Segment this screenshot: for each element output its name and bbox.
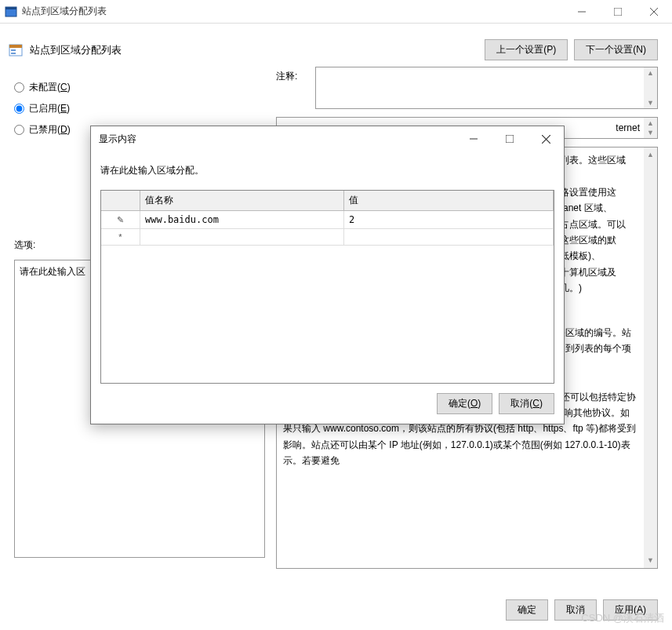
row-new-indicator: * (101, 229, 140, 245)
pencil-icon: ✎ (117, 215, 124, 225)
watermark: CSDN @溪石清酒 (581, 611, 664, 625)
comment-scrollbar[interactable]: ▲ ▼ (644, 67, 657, 108)
grid-header-row: 值名称 值 (101, 191, 554, 211)
svg-rect-7 (9, 45, 22, 48)
scroll-up-icon[interactable]: ▲ (647, 149, 654, 161)
grid-new-name[interactable] (140, 229, 344, 245)
scroll-up-icon[interactable]: ▲ (647, 119, 654, 127)
radio-enabled[interactable] (14, 104, 24, 114)
window-title: 站点到区域分配列表 (22, 5, 564, 18)
window-titlebar: 站点到区域分配列表 (0, 0, 672, 24)
dialog-title: 显示内容 (99, 133, 456, 146)
minimize-button[interactable] (564, 0, 600, 24)
scroll-down-icon[interactable]: ▼ (647, 555, 654, 566)
grid-header-name[interactable]: 值名称 (140, 191, 344, 210)
dialog-titlebar: 显示内容 (91, 126, 564, 151)
svg-rect-9 (11, 53, 16, 54)
scroll-down-icon[interactable]: ▼ (647, 99, 654, 107)
radio-enabled-label[interactable]: 已启用(E) (29, 102, 70, 115)
row-edit-indicator: ✎ (101, 211, 140, 228)
grid-header-indicator (101, 191, 140, 210)
radio-not-configured-label[interactable]: 未配置(C) (29, 81, 71, 94)
svg-rect-8 (11, 49, 16, 51)
scroll-down-icon[interactable]: ▼ (647, 129, 654, 137)
radio-not-configured[interactable] (14, 82, 24, 93)
help-right-fragments: 列表。这些区域 略设置使用这 ranet 区域、 占点区域。可以 这些区域的默 … (560, 152, 638, 297)
prev-setting-button[interactable]: 上一个设置(P) (485, 39, 568, 60)
grid-row[interactable]: ✎ www.baidu.com 2 (101, 211, 554, 229)
close-button[interactable] (636, 0, 672, 24)
svg-rect-1 (5, 7, 16, 9)
grid-header-value[interactable]: 值 (344, 191, 554, 210)
options-placeholder-text: 请在此处输入区 (20, 266, 85, 277)
grid-new-value[interactable] (344, 229, 554, 245)
support-scrollbar[interactable]: ▲ ▼ (644, 118, 657, 138)
header-row: 站点到区域分配列表 上一个设置(P) 下一个设置(N) (0, 24, 672, 67)
grid-cell-value[interactable]: 2 (344, 211, 554, 228)
dialog-minimize-button[interactable] (456, 126, 492, 151)
dialog-ok-button[interactable]: 确定(O) (437, 393, 492, 414)
radio-disabled-label[interactable]: 已禁用(D) (29, 123, 71, 137)
asterisk-icon: * (118, 232, 122, 242)
show-contents-dialog: 显示内容 请在此处输入区域分配。 值名称 值 ✎ www.baidu.com 2… (90, 126, 565, 424)
radio-disabled[interactable] (14, 125, 24, 135)
dialog-maximize-button[interactable] (492, 126, 528, 151)
maximize-button[interactable] (600, 0, 636, 24)
dialog-cancel-button[interactable]: 取消(C) (499, 393, 554, 414)
ok-button[interactable]: 确定 (506, 599, 548, 621)
value-grid[interactable]: 值名称 值 ✎ www.baidu.com 2 * (100, 190, 554, 384)
grid-cell-name[interactable]: www.baidu.com (140, 211, 344, 228)
policy-icon (8, 42, 24, 58)
next-setting-button[interactable]: 下一个设置(N) (574, 39, 658, 60)
comment-label: 注释: (276, 67, 315, 109)
svg-rect-3 (614, 8, 622, 16)
grid-empty-area (101, 246, 554, 383)
support-text-fragment: ternet (616, 122, 640, 133)
dialog-instruction: 请在此处输入区域分配。 (100, 164, 554, 177)
scroll-up-icon[interactable]: ▲ (647, 69, 654, 77)
dialog-close-button[interactable] (528, 126, 564, 151)
help-scrollbar[interactable]: ▲ ▼ (644, 147, 657, 568)
comment-textarea[interactable]: ▲ ▼ (315, 67, 658, 109)
page-title: 站点到区域分配列表 (30, 43, 485, 57)
svg-rect-11 (506, 135, 514, 143)
grid-new-row[interactable]: * (101, 229, 554, 246)
app-icon (5, 5, 17, 18)
